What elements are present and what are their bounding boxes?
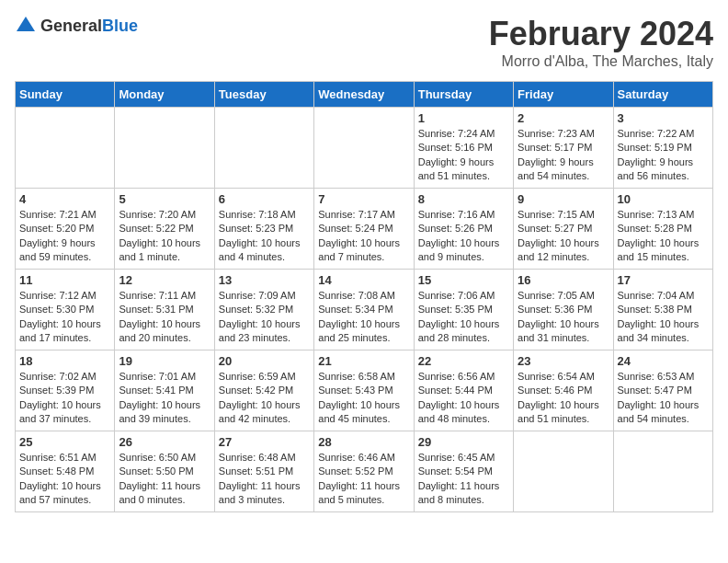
logo-icon [15,15,37,37]
day-info: Sunrise: 7:23 AM Sunset: 5:17 PM Dayligh… [518,127,609,184]
calendar-cell: 9Sunrise: 7:15 AM Sunset: 5:27 PM Daylig… [514,189,613,270]
day-number: 14 [318,273,409,287]
calendar-cell: 6Sunrise: 7:18 AM Sunset: 5:23 PM Daylig… [214,189,313,270]
calendar-cell: 4Sunrise: 7:21 AM Sunset: 5:20 PM Daylig… [16,189,115,270]
day-info: Sunrise: 7:21 AM Sunset: 5:20 PM Dayligh… [19,208,110,265]
weekday-header: Tuesday [214,82,313,108]
calendar-cell: 10Sunrise: 7:13 AM Sunset: 5:28 PM Dayli… [613,189,712,270]
day-info: Sunrise: 6:45 AM Sunset: 5:54 PM Dayligh… [418,451,509,508]
calendar-cell [514,431,613,512]
day-info: Sunrise: 6:56 AM Sunset: 5:44 PM Dayligh… [418,370,509,427]
day-info: Sunrise: 6:50 AM Sunset: 5:50 PM Dayligh… [119,451,210,508]
calendar-cell: 1Sunrise: 7:24 AM Sunset: 5:16 PM Daylig… [414,108,513,189]
day-info: Sunrise: 7:01 AM Sunset: 5:41 PM Dayligh… [119,370,210,427]
calendar-cell: 5Sunrise: 7:20 AM Sunset: 5:22 PM Daylig… [115,189,214,270]
day-number: 17 [618,273,709,287]
day-number: 3 [618,111,709,125]
day-number: 15 [418,273,509,287]
day-info: Sunrise: 7:08 AM Sunset: 5:34 PM Dayligh… [318,289,409,346]
calendar-cell: 3Sunrise: 7:22 AM Sunset: 5:19 PM Daylig… [613,108,712,189]
calendar-cell: 8Sunrise: 7:16 AM Sunset: 5:26 PM Daylig… [414,189,513,270]
day-info: Sunrise: 6:51 AM Sunset: 5:48 PM Dayligh… [19,451,110,508]
weekday-header: Wednesday [314,82,414,108]
day-info: Sunrise: 6:48 AM Sunset: 5:51 PM Dayligh… [219,451,310,508]
week-row: 1Sunrise: 7:24 AM Sunset: 5:16 PM Daylig… [16,108,713,189]
day-number: 25 [19,435,110,449]
day-number: 21 [318,354,409,368]
calendar-cell: 18Sunrise: 7:02 AM Sunset: 5:39 PM Dayli… [16,350,115,431]
title-area: February 2024 Morro d'Alba, The Marches,… [489,15,713,70]
calendar-cell: 23Sunrise: 6:54 AM Sunset: 5:46 PM Dayli… [514,350,613,431]
calendar-cell: 11Sunrise: 7:12 AM Sunset: 5:30 PM Dayli… [16,270,115,350]
weekday-header: Saturday [613,82,712,108]
day-number: 6 [219,192,310,206]
logo-blue: Blue [102,17,138,35]
day-number: 27 [219,435,310,449]
logo-text: GeneralBlue [40,17,138,36]
page-header: GeneralBlue February 2024 Morro d'Alba, … [15,15,713,70]
day-number: 24 [618,354,709,368]
calendar-cell: 12Sunrise: 7:11 AM Sunset: 5:31 PM Dayli… [115,270,214,350]
weekday-header: Sunday [16,82,115,108]
day-info: Sunrise: 7:12 AM Sunset: 5:30 PM Dayligh… [19,289,110,346]
calendar-cell: 2Sunrise: 7:23 AM Sunset: 5:17 PM Daylig… [514,108,613,189]
day-number: 20 [219,354,310,368]
calendar-cell: 13Sunrise: 7:09 AM Sunset: 5:32 PM Dayli… [214,270,313,350]
calendar-cell [16,108,115,189]
day-info: Sunrise: 7:15 AM Sunset: 5:27 PM Dayligh… [518,208,609,265]
day-info: Sunrise: 6:53 AM Sunset: 5:47 PM Dayligh… [618,370,709,427]
calendar-cell: 24Sunrise: 6:53 AM Sunset: 5:47 PM Dayli… [613,350,712,431]
day-info: Sunrise: 7:22 AM Sunset: 5:19 PM Dayligh… [618,127,709,184]
day-info: Sunrise: 7:05 AM Sunset: 5:36 PM Dayligh… [518,289,609,346]
calendar-cell: 22Sunrise: 6:56 AM Sunset: 5:44 PM Dayli… [414,350,513,431]
calendar-cell: 14Sunrise: 7:08 AM Sunset: 5:34 PM Dayli… [314,270,414,350]
weekday-header: Friday [514,82,613,108]
day-number: 5 [119,192,210,206]
day-number: 16 [518,273,609,287]
day-number: 4 [19,192,110,206]
day-number: 23 [518,354,609,368]
day-number: 8 [418,192,509,206]
calendar-cell: 28Sunrise: 6:46 AM Sunset: 5:52 PM Dayli… [314,431,414,512]
day-number: 9 [518,192,609,206]
day-info: Sunrise: 6:46 AM Sunset: 5:52 PM Dayligh… [318,451,409,508]
location-subtitle: Morro d'Alba, The Marches, Italy [489,53,713,70]
calendar-cell: 7Sunrise: 7:17 AM Sunset: 5:24 PM Daylig… [314,189,414,270]
day-info: Sunrise: 7:02 AM Sunset: 5:39 PM Dayligh… [19,370,110,427]
day-info: Sunrise: 7:17 AM Sunset: 5:24 PM Dayligh… [318,208,409,265]
calendar-cell: 26Sunrise: 6:50 AM Sunset: 5:50 PM Dayli… [115,431,214,512]
calendar-cell: 17Sunrise: 7:04 AM Sunset: 5:38 PM Dayli… [613,270,712,350]
day-number: 29 [418,435,509,449]
svg-marker-0 [17,17,35,31]
logo: GeneralBlue [15,15,138,37]
calendar-table: SundayMondayTuesdayWednesdayThursdayFrid… [15,81,713,512]
calendar-cell: 15Sunrise: 7:06 AM Sunset: 5:35 PM Dayli… [414,270,513,350]
day-info: Sunrise: 6:59 AM Sunset: 5:42 PM Dayligh… [219,370,310,427]
day-number: 7 [318,192,409,206]
logo-general: General [40,17,102,35]
week-row: 18Sunrise: 7:02 AM Sunset: 5:39 PM Dayli… [16,350,713,431]
calendar-cell: 20Sunrise: 6:59 AM Sunset: 5:42 PM Dayli… [214,350,313,431]
calendar-cell [613,431,712,512]
day-number: 28 [318,435,409,449]
calendar-cell: 25Sunrise: 6:51 AM Sunset: 5:48 PM Dayli… [16,431,115,512]
day-info: Sunrise: 7:24 AM Sunset: 5:16 PM Dayligh… [418,127,509,184]
calendar-cell [214,108,313,189]
calendar-cell: 16Sunrise: 7:05 AM Sunset: 5:36 PM Dayli… [514,270,613,350]
day-number: 11 [19,273,110,287]
month-title: February 2024 [489,15,713,53]
day-number: 13 [219,273,310,287]
week-row: 11Sunrise: 7:12 AM Sunset: 5:30 PM Dayli… [16,270,713,350]
day-info: Sunrise: 7:06 AM Sunset: 5:35 PM Dayligh… [418,289,509,346]
calendar-cell [115,108,214,189]
day-info: Sunrise: 7:04 AM Sunset: 5:38 PM Dayligh… [618,289,709,346]
day-info: Sunrise: 7:16 AM Sunset: 5:26 PM Dayligh… [418,208,509,265]
day-info: Sunrise: 6:58 AM Sunset: 5:43 PM Dayligh… [318,370,409,427]
weekday-header: Thursday [414,82,513,108]
day-info: Sunrise: 7:11 AM Sunset: 5:31 PM Dayligh… [119,289,210,346]
calendar-cell [314,108,414,189]
day-info: Sunrise: 7:13 AM Sunset: 5:28 PM Dayligh… [618,208,709,265]
day-info: Sunrise: 6:54 AM Sunset: 5:46 PM Dayligh… [518,370,609,427]
day-number: 19 [119,354,210,368]
day-info: Sunrise: 7:18 AM Sunset: 5:23 PM Dayligh… [219,208,310,265]
